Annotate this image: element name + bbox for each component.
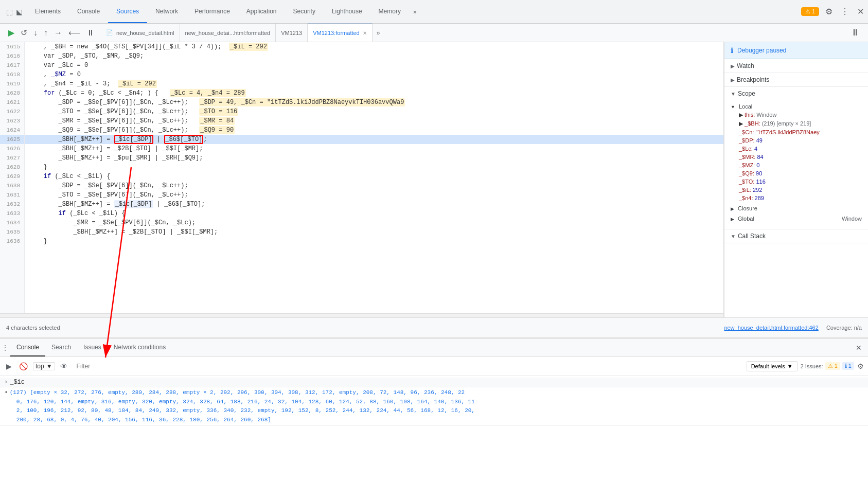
step-button[interactable]: →	[52, 26, 64, 40]
pause-on-exceptions-button[interactable]: ⏸	[84, 26, 97, 40]
watch-section: ▶ Watch	[724, 59, 868, 73]
code-editor[interactable]: 1615 1616 1617 1618 1619 1620 1621 1622 …	[0, 42, 724, 317]
bottom-panel: ⋮ Console Search Issues Network conditio…	[0, 338, 868, 482]
tab-icon-group: ⬚ ⬕	[2, 8, 27, 16]
code-line-1622: _$TO = _$Se[_$PV[6]](_$Cn, _$Lc++); _$TO…	[25, 107, 723, 116]
lc-val: 4	[754, 146, 757, 152]
eye-button[interactable]: 👁	[58, 360, 69, 372]
coverage-status: Coverage: n/a	[826, 325, 862, 331]
tab-sources[interactable]: Sources	[108, 0, 147, 23]
close-devtools-icon[interactable]: ✕	[855, 5, 866, 19]
issues-badge-button[interactable]: ⚠ 1	[801, 7, 819, 16]
bottom-panel-drag-icon[interactable]: ⋮	[2, 344, 8, 351]
file-tab-vm1213-formatted[interactable]: VM1213:formatted ✕	[308, 24, 373, 42]
file-link-status[interactable]: new_house_detail.html:formatted:462	[724, 325, 818, 331]
local-scope-title[interactable]: ▼ Local	[731, 102, 862, 111]
step-out-button[interactable]: ↑	[42, 26, 50, 40]
resume-button[interactable]: ▶	[6, 26, 16, 40]
global-scope-group: ▶ Global Window	[731, 215, 862, 223]
scope-content: ▼ Local ▶ this: Window ▶ _$BH: (219) [e	[724, 100, 868, 229]
step-into-button[interactable]: ↓	[31, 26, 40, 40]
scope-q9: _$Q9: 90	[739, 169, 862, 177]
line-numbers: 1615 1616 1617 1618 1619 1620 1621 1622 …	[0, 42, 25, 317]
top-context-selector[interactable]: top ▼	[33, 362, 55, 370]
scope-il: _$iL: 292	[739, 186, 862, 194]
callstack-section: ▼ Call Stack	[724, 229, 868, 243]
code-line-1621: _$DP = _$Se[_$PV[6]](_$Cn, _$Lc++); _$DP…	[25, 98, 723, 107]
bottom-tab-network-conditions[interactable]: Network conditions	[108, 338, 172, 356]
info-badge: ℹ 1	[842, 362, 854, 370]
tab-console[interactable]: Console	[69, 0, 108, 23]
this-key: this:	[745, 112, 756, 118]
watch-header[interactable]: ▶ Watch	[724, 59, 868, 73]
file-tab-label-4: VM1213:formatted	[313, 30, 360, 36]
local-arrow: ▼	[731, 104, 735, 110]
default-levels-button[interactable]: Default levels ▼	[747, 361, 798, 371]
tab-network[interactable]: Network	[147, 0, 186, 23]
right-panel: ℹ Debugger paused ▶ Watch ▶ Breakpoints …	[724, 42, 868, 317]
callstack-header[interactable]: ▼ Call Stack	[724, 229, 868, 243]
closure-scope-title[interactable]: ▶ Closure	[731, 204, 862, 212]
tab-elements[interactable]: Elements	[27, 0, 69, 23]
cursor-icon[interactable]: ⬚	[6, 8, 13, 16]
deactivate-button[interactable]: ⟵	[66, 26, 82, 40]
bottom-tab-search[interactable]: Search	[45, 338, 77, 356]
console-prompt: ›	[4, 379, 8, 386]
debug-controls: ▶ ↺ ↓ ↑ → ⟵ ⏸	[2, 26, 101, 40]
close-bottom-panel-button[interactable]: ✕	[852, 344, 866, 352]
close-tab-icon[interactable]: ✕	[363, 30, 367, 36]
console-filter-input[interactable]	[73, 362, 743, 371]
file-tab-pause-icon[interactable]: ⏸	[848, 25, 862, 40]
top-label: top	[36, 363, 44, 370]
top-dropdown-arrow[interactable]: ▼	[46, 363, 52, 370]
this-val: Window	[756, 112, 776, 118]
global-scope-title[interactable]: ▶ Global Window	[731, 215, 862, 223]
debugger-paused-banner: ℹ Debugger paused	[724, 42, 868, 59]
file-tab-formatted-1[interactable]: new_house_detai...html:formatted	[180, 24, 276, 42]
console-clear-button[interactable]: 🚫	[17, 360, 30, 372]
code-line-1618: , _$MZ = 0	[25, 70, 723, 79]
bh-key: _$BH:	[745, 120, 762, 127]
file-tab-new-house-detail[interactable]: 📄 new_house_detail.html	[101, 24, 180, 42]
breakpoints-header[interactable]: ▶ Breakpoints	[724, 73, 868, 86]
console-settings-icon[interactable]: ⚙	[857, 362, 864, 370]
q9-val: 90	[756, 170, 762, 176]
bottom-tab-issues[interactable]: Issues	[77, 338, 108, 356]
settings-icon[interactable]: ⚙	[823, 5, 835, 19]
scope-arrow: ▼	[731, 91, 736, 97]
console-content[interactable]: › _$ic ◂ (127) [empty × 32, 272, 276, em…	[0, 376, 868, 482]
file-tab-more[interactable]: »	[373, 29, 384, 37]
file-tab-label-2: new_house_detai...html:formatted	[185, 30, 271, 36]
code-line-1635: _$BH[_$MZ++] = _$2B[_$TO] | _$$I[_$MR];	[25, 227, 723, 237]
step-over-button[interactable]: ↺	[19, 26, 29, 40]
console-expand-arrow[interactable]: ◂	[4, 388, 8, 395]
console-input-row: › _$ic	[0, 378, 868, 387]
status-right: new_house_detail.html:formatted:462 Cove…	[724, 325, 862, 331]
code-line-1630: _$DP = _$Se[_$PV[6]](_$Cn, _$Lc++);	[25, 181, 723, 190]
code-line-1617: var _$Lc = 0	[25, 61, 723, 70]
tab-performance[interactable]: Performance	[186, 0, 238, 23]
tab-more-button[interactable]: »	[409, 8, 421, 15]
dock-icon[interactable]: ⬕	[16, 8, 23, 16]
tab-security[interactable]: Security	[285, 0, 324, 23]
breakpoints-label: Breakpoints	[737, 76, 769, 83]
to-key: _$TO:	[739, 178, 756, 185]
file-tab-vm1213[interactable]: VM1213	[276, 24, 308, 42]
tab-application[interactable]: Application	[238, 0, 285, 23]
more-options-icon[interactable]: ⋮	[839, 5, 851, 19]
horizontal-scrollbar[interactable]	[0, 313, 723, 317]
tab-lighthouse[interactable]: Lighthouse	[324, 0, 370, 23]
scope-cn: _$Cn: "1tTZdS.lkiJddPBZ8Naey	[739, 128, 862, 136]
tab-memory[interactable]: Memory	[370, 0, 409, 23]
console-output-text: (127) [empty × 32, 272, 276, empty, 280,…	[10, 388, 475, 424]
il-val: 292	[753, 187, 762, 193]
mz-key: _$MZ:	[739, 162, 756, 168]
mz-val: 0	[756, 162, 759, 168]
callstack-arrow: ▼	[731, 234, 736, 239]
debugger-paused-label: Debugger paused	[737, 47, 786, 54]
scope-header[interactable]: ▼ Scope	[724, 87, 868, 100]
bottom-tab-console[interactable]: Console	[10, 338, 45, 356]
code-content[interactable]: , _$BH = new _$4O(_$fS[_$PV[34]](_$iL * …	[25, 42, 723, 317]
console-execute-button[interactable]: ▶	[4, 360, 14, 372]
code-line-1619: , _$n4 = _$iL - 3; _$iL = 292	[25, 79, 723, 88]
